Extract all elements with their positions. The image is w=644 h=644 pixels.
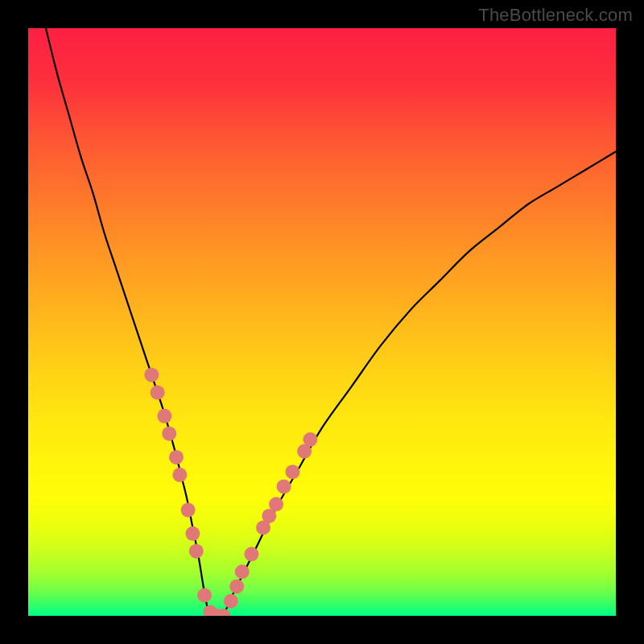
curve-marker (181, 503, 196, 518)
curve-marker (286, 464, 300, 479)
curve-marker (244, 547, 258, 561)
curve-marker (157, 409, 171, 423)
plot-area (28, 28, 616, 616)
bottleneck-curve (46, 28, 616, 616)
curve-marker (172, 468, 187, 482)
chart-overlay (28, 28, 616, 616)
curve-marker (229, 580, 244, 594)
curve-marker (277, 479, 291, 493)
curve-marker (185, 526, 200, 541)
curve-marker (224, 594, 238, 609)
curve-markers (144, 368, 317, 616)
curve-marker (151, 386, 165, 400)
curve-marker (303, 432, 317, 447)
watermark-label: TheBottleneck.com (478, 5, 633, 26)
chart-container: TheBottleneck.com (0, 0, 644, 644)
curve-marker (269, 497, 283, 511)
curve-marker (197, 588, 212, 602)
curve-marker (169, 450, 184, 464)
curve-marker (144, 368, 159, 382)
curve-marker (235, 564, 250, 579)
curve-marker (189, 544, 204, 559)
curve-marker (162, 427, 176, 441)
